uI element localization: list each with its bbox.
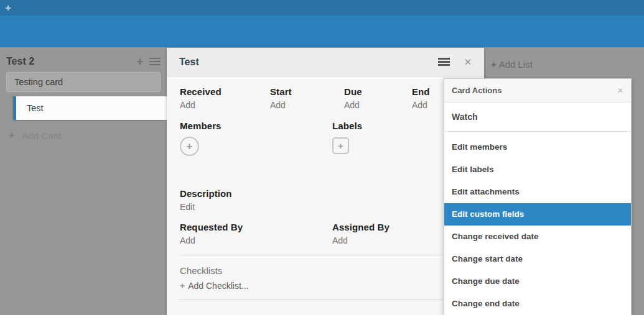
- close-icon[interactable]: ✕: [464, 57, 472, 66]
- requested-assigned-row: Requested By Add Assigned By Add: [180, 222, 471, 245]
- add-label-button[interactable]: +: [332, 137, 349, 154]
- menu-item-watch[interactable]: Watch: [444, 103, 631, 132]
- card-actions-menu-header: Card Actions ✕: [444, 79, 631, 103]
- requested-by-add-link[interactable]: Add: [180, 235, 195, 245]
- due-field: Due Add: [344, 86, 412, 110]
- add-checklist-label: Add Checklist...: [188, 281, 248, 291]
- menu-item-change-start-date[interactable]: Change start date: [444, 248, 631, 270]
- menu-item-change-end-date[interactable]: Change end date: [444, 293, 631, 315]
- checklists-section: Checklists + Add Checklist...: [180, 255, 471, 291]
- checklists-label: Checklists: [180, 265, 471, 276]
- received-field: Received Add: [180, 86, 270, 110]
- plus-icon: +: [9, 130, 14, 141]
- received-add-link[interactable]: Add: [180, 100, 195, 110]
- app-window: + Test 2 + Testing card Test + Add Card …: [0, 0, 644, 315]
- requested-by-section: Requested By Add: [180, 222, 332, 245]
- start-add-link[interactable]: Add: [270, 100, 286, 110]
- start-field: Start Add: [270, 86, 344, 110]
- menu-item-edit-custom-fields[interactable]: Edit custom fields: [444, 203, 631, 226]
- card-actions-menu-icon[interactable]: [438, 58, 450, 66]
- add-member-button[interactable]: +: [180, 137, 199, 156]
- plus-icon: +: [491, 59, 497, 70]
- menu-item-edit-attachments[interactable]: Edit attachments: [444, 181, 631, 203]
- card-modal-body: Received Add Start Add Due Add End Add: [167, 76, 484, 300]
- list-title: Test 2: [6, 56, 136, 67]
- members-label: Members: [180, 121, 332, 131]
- card-modal-title: Test: [179, 57, 438, 68]
- card-actions-menu-items: Edit members Edit labels Edit attachment…: [444, 132, 631, 315]
- add-checklist-link[interactable]: + Add Checklist...: [180, 281, 248, 291]
- plus-icon: +: [180, 281, 185, 291]
- members-section: Members +: [180, 121, 332, 156]
- due-label: Due: [344, 86, 412, 97]
- end-add-link[interactable]: Add: [412, 100, 427, 110]
- card-actions-menu-title: Card Actions: [452, 86, 617, 95]
- close-icon[interactable]: ✕: [617, 87, 623, 94]
- board-header-bar: [0, 16, 644, 47]
- start-label: Start: [270, 86, 344, 97]
- add-list-button[interactable]: + Add List: [491, 59, 533, 70]
- description-label: Description: [180, 188, 471, 199]
- menu-item-edit-members[interactable]: Edit members: [444, 136, 631, 158]
- received-label: Received: [180, 86, 270, 97]
- add-card-button[interactable]: + Add Card: [9, 130, 167, 141]
- top-navbar: +: [0, 0, 644, 16]
- board-list: Test 2 + Testing card Test + Add Card: [0, 53, 167, 141]
- menu-item-edit-labels[interactable]: Edit labels: [444, 158, 631, 181]
- description-edit-link[interactable]: Edit: [180, 202, 195, 212]
- add-list-label: Add List: [499, 59, 533, 70]
- card-modal-header: Test ✕: [167, 48, 484, 76]
- list-add-icon[interactable]: +: [136, 56, 143, 67]
- board-card[interactable]: Testing card: [6, 72, 161, 92]
- card-actions-menu: Card Actions ✕ Watch Edit members Edit l…: [444, 78, 632, 315]
- members-labels-row: Members + Labels +: [180, 121, 471, 156]
- due-add-link[interactable]: Add: [344, 100, 360, 110]
- requested-by-label: Requested By: [180, 222, 332, 232]
- menu-item-change-due-date[interactable]: Change due date: [444, 270, 631, 293]
- description-section: Description Edit: [180, 188, 471, 212]
- divider: [180, 299, 471, 300]
- list-menu-icon[interactable]: [149, 58, 161, 66]
- date-fields-row: Received Add Start Add Due Add End Add: [180, 86, 471, 110]
- card-detail-modal: Test ✕ Received Add Start Add Due Add: [167, 48, 484, 315]
- add-card-label: Add Card: [22, 130, 61, 141]
- list-header: Test 2 +: [0, 53, 167, 71]
- assigned-by-add-link[interactable]: Add: [332, 235, 348, 245]
- menu-item-change-received-date[interactable]: Change received date: [444, 226, 631, 248]
- board-card-selected[interactable]: Test: [13, 96, 167, 120]
- add-board-icon[interactable]: +: [5, 2, 11, 13]
